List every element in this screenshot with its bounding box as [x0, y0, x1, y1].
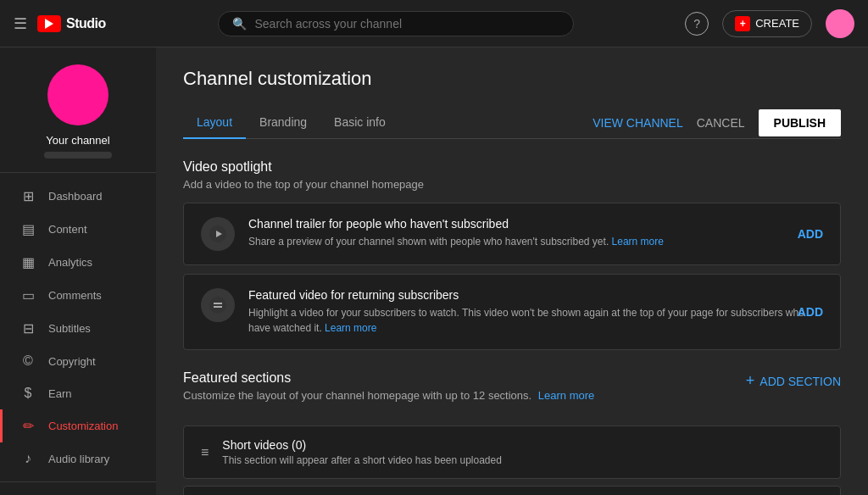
sidebar-label-customization: Customization: [48, 420, 118, 432]
add-section-button[interactable]: + ADD SECTION: [746, 372, 841, 390]
sidebar-item-earn[interactable]: $ Earn: [0, 377, 156, 409]
cancel-button[interactable]: CANCEL: [697, 116, 745, 130]
header-right: ? + CREATE: [685, 9, 854, 38]
youtube-logo-icon: [37, 15, 61, 32]
main-layout: Your channel ⊞ Dashboard ▤ Content ▦ Ana…: [0, 47, 868, 495]
sidebar: Your channel ⊞ Dashboard ▤ Content ▦ Ana…: [0, 47, 156, 495]
channel-trailer-learn-more[interactable]: Learn more: [612, 236, 664, 248]
short-videos-card-body: Short videos (0) This section will appea…: [222, 438, 823, 466]
featured-sections-header: Featured sections Customize the layout o…: [183, 370, 841, 414]
featured-sections-section: Featured sections Customize the layout o…: [183, 370, 841, 495]
logo: Studio: [37, 15, 106, 32]
tabs-row: Layout Branding Basic info VIEW CHANNEL …: [183, 107, 841, 139]
featured-video-card: Featured video for returning subscribers…: [183, 274, 841, 350]
page-title: Channel customization: [183, 68, 841, 90]
video-spotlight-title: Video spotlight: [183, 159, 841, 175]
sidebar-item-audio-library[interactable]: ♪ Audio library: [0, 442, 156, 475]
search-bar: 🔍: [106, 11, 685, 36]
analytics-icon: ▦: [19, 254, 36, 270]
header-left: ☰ Studio: [14, 14, 106, 33]
sidebar-label-earn: Earn: [48, 387, 71, 400]
drag-handle-icon[interactable]: ≡: [201, 445, 209, 460]
featured-video-body: Featured video for returning subscribers…: [248, 288, 823, 336]
channel-trailer-desc: Share a preview of your channel shown wi…: [248, 234, 823, 249]
header: ☰ Studio 🔍 ? + CREATE: [0, 0, 868, 47]
channel-trailer-icon: [201, 217, 235, 251]
channel-trailer-add-button[interactable]: ADD: [798, 227, 823, 241]
help-icon[interactable]: ?: [685, 12, 709, 36]
channel-trailer-card: Channel trailer for people who haven't s…: [183, 203, 841, 265]
featured-video-learn-more[interactable]: Learn more: [325, 322, 376, 334]
tab-basic-info[interactable]: Basic info: [320, 107, 399, 139]
hamburger-icon[interactable]: ☰: [14, 14, 27, 33]
video-spotlight-section: Video spotlight Add a video to the top o…: [183, 159, 841, 350]
subtitles-icon: ⊟: [19, 320, 36, 336]
featured-video-add-button[interactable]: ADD: [798, 305, 823, 319]
short-videos-title: Short videos (0): [222, 438, 823, 452]
sidebar-item-content[interactable]: ▤ Content: [0, 213, 156, 246]
sidebar-item-analytics[interactable]: ▦ Analytics: [0, 246, 156, 279]
sidebar-label-dashboard: Dashboard: [48, 190, 103, 203]
search-icon: 🔍: [232, 17, 247, 31]
featured-sections-learn-more[interactable]: Learn more: [538, 389, 594, 402]
earn-icon: $: [19, 386, 36, 401]
short-videos-section-card: ≡ Short videos (0) This section will app…: [183, 425, 841, 479]
sidebar-item-customization[interactable]: ✏ Customization: [0, 409, 156, 442]
copyright-icon: ©: [19, 353, 36, 369]
search-input[interactable]: [255, 17, 559, 31]
studio-logo-text: Studio: [66, 16, 106, 31]
view-channel-button[interactable]: VIEW CHANNEL: [593, 116, 683, 130]
channel-trailer-body: Channel trailer for people who haven't s…: [248, 217, 823, 249]
featured-video-desc: Highlight a video for your subscribers t…: [248, 305, 823, 336]
comments-icon: ▭: [19, 287, 36, 303]
sidebar-label-analytics: Analytics: [48, 256, 92, 269]
tab-layout[interactable]: Layout: [183, 107, 246, 139]
featured-sections-text: Featured sections Customize the layout o…: [183, 370, 746, 414]
sidebar-label-copyright: Copyright: [48, 355, 96, 368]
tabs-actions: VIEW CHANNEL CANCEL PUBLISH: [593, 109, 841, 136]
sidebar-bottom: ⚙ Settings ⚑ Send feedback: [0, 481, 156, 495]
customization-icon: ✏: [19, 418, 36, 434]
featured-sections-title: Featured sections: [183, 370, 746, 386]
svg-rect-2: [209, 297, 226, 314]
sidebar-item-copyright[interactable]: © Copyright: [0, 345, 156, 377]
sidebar-channel-name: Your channel: [46, 134, 109, 147]
short-videos-desc: This section will appear after a short v…: [222, 454, 823, 466]
sidebar-item-dashboard[interactable]: ⊞ Dashboard: [0, 180, 156, 213]
sidebar-label-content: Content: [48, 223, 87, 236]
sidebar-channel-button[interactable]: [44, 152, 112, 159]
sidebar-avatar[interactable]: [47, 64, 108, 125]
sidebar-channel: Your channel: [0, 47, 156, 173]
sidebar-label-audio-library: Audio library: [48, 453, 109, 465]
content-icon: ▤: [19, 221, 36, 237]
svg-rect-4: [214, 306, 222, 308]
sidebar-label-comments: Comments: [48, 289, 102, 302]
featured-sections-desc: Customize the layout of your channel hom…: [183, 389, 746, 402]
create-plus-icon: +: [735, 16, 750, 31]
content-area: Channel customization Layout Branding Ba…: [156, 47, 868, 495]
sidebar-nav: ⊞ Dashboard ▤ Content ▦ Analytics ▭ Comm…: [0, 173, 156, 481]
dashboard-icon: ⊞: [19, 188, 36, 204]
avatar[interactable]: [826, 9, 854, 38]
svg-rect-3: [214, 303, 222, 304]
tab-branding[interactable]: Branding: [246, 107, 320, 139]
audio-library-icon: ♪: [19, 451, 36, 466]
search-input-wrap: 🔍: [218, 11, 574, 36]
videos-section-card: ≡ Videos (0) This section will appear wh…: [183, 486, 841, 495]
channel-trailer-title: Channel trailer for people who haven't s…: [248, 217, 823, 231]
add-section-plus-icon: +: [746, 372, 755, 390]
sidebar-item-comments[interactable]: ▭ Comments: [0, 279, 156, 312]
publish-button[interactable]: PUBLISH: [759, 109, 841, 136]
featured-video-title: Featured video for returning subscribers: [248, 288, 823, 302]
sidebar-item-settings[interactable]: ⚙ Settings: [0, 489, 156, 495]
create-button[interactable]: + CREATE: [722, 10, 812, 37]
sidebar-item-subtitles[interactable]: ⊟ Subtitles: [0, 312, 156, 345]
sidebar-label-subtitles: Subtitles: [48, 322, 91, 335]
featured-video-icon: [201, 288, 235, 322]
video-spotlight-desc: Add a video to the top of your channel h…: [183, 178, 841, 191]
